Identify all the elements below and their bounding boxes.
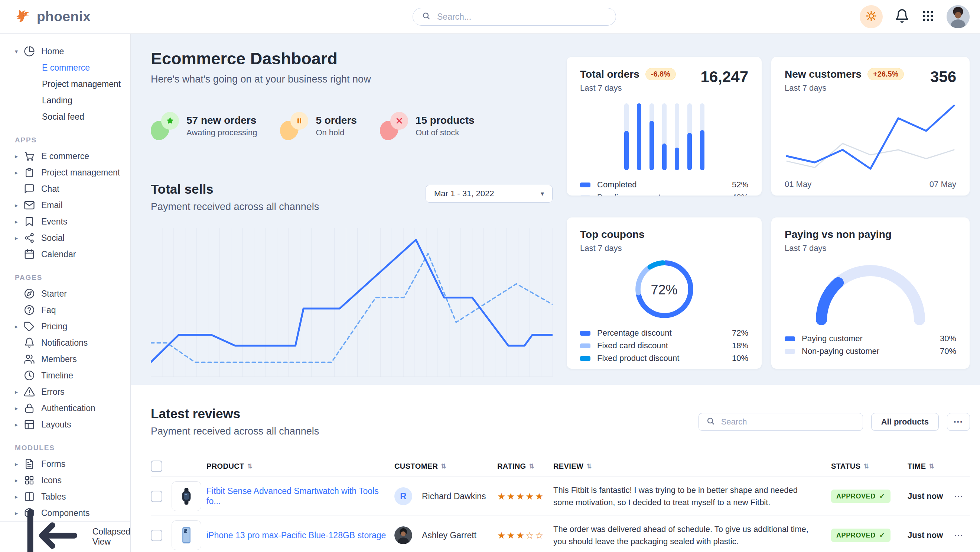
sidebar-subitem-e-commerce[interactable]: E commerce [0,59,130,76]
clipboard-icon [24,167,35,178]
global-search-input[interactable] [436,11,607,22]
sidebar-item-icons[interactable]: ▸ Icons [0,472,130,488]
product-link[interactable]: iPhone 13 pro max-Pacific Blue-128GB sto… [207,530,386,540]
sidebar-subitem-project-management[interactable]: Project management [0,76,130,92]
date-range-select[interactable]: Mar 1 - 31, 2022 ▾ [426,185,552,203]
theme-toggle-button[interactable] [860,5,883,28]
sort-icon: ⇅ [929,463,934,470]
column-header-product[interactable]: PRODUCT⇅ [207,462,395,471]
sidebar-item-calendar[interactable]: Calendar [0,246,130,262]
row-checkbox[interactable] [151,491,162,502]
product-link[interactable]: Fitbit Sense Advanced Smartwatch with To… [207,486,379,506]
column-header-customer[interactable]: CUSTOMER⇅ [395,462,497,471]
chevron-down-icon: ▾ [541,190,544,198]
status-badge: APPROVED ✓ [831,490,891,503]
check-icon: ✓ [879,492,885,500]
compass-icon [24,288,35,299]
caret-icon: ▸ [15,477,24,484]
caret-icon: ▸ [15,461,24,467]
sidebar-item-email[interactable]: ▸ Email [0,197,130,213]
caret-icon: ▸ [15,202,24,209]
total-sells-subtitle: Payment received across all channels [151,201,319,213]
collapse-view-button[interactable]: Collapsed View [0,521,130,552]
sidebar-item-forms[interactable]: ▸ Forms [0,456,130,472]
total-orders-title: Total orders [580,69,640,80]
sidebar-item-project-management[interactable]: ▸ Project management [0,164,130,181]
caret-icon: ▸ [15,153,24,160]
top-coupons-legend: Percentage discount72% Fixed card discou… [580,327,748,365]
sidebar-item-layouts[interactable]: ▸ Layouts [0,416,130,433]
reviews-search-input[interactable] [721,417,855,427]
global-search[interactable] [412,8,616,26]
donut-center-label: 72% [651,282,677,298]
column-header-time[interactable]: TIME⇅ [908,462,954,471]
sidebar-nav: ▾ HomeE commerceProject managementLandin… [0,34,131,552]
reviews-search[interactable] [698,413,863,431]
reviews-table-header: PRODUCT⇅CUSTOMER⇅RATING⇅REVIEW⇅STATUS⇅TI… [151,456,970,477]
select-all-checkbox[interactable] [151,461,162,472]
sidebar-item-members[interactable]: Members [0,351,130,367]
sidebar-item-starter[interactable]: Starter [0,286,130,302]
file-icon [24,458,35,469]
sidebar-item-social[interactable]: ▸ Social [0,230,130,246]
review-text: The order was delivered ahead of schedul… [553,523,831,547]
total-orders-badge: -6.8% [646,68,676,80]
sidebar-subitem-social-feed[interactable]: Social feed [0,108,130,125]
sidebar-item-authentication[interactable]: ▸ Authentication [0,400,130,416]
warning-icon [24,386,35,397]
apps-grid-button[interactable] [921,9,935,24]
sort-icon: ⇅ [863,463,869,470]
kpi-cards-grid: Total orders -6.8% Last 7 days 16,247 Co… [567,57,970,369]
rating-stars: ★★★★★ [497,491,553,502]
review-text: This Fitbit is fantastic! I was trying t… [553,484,831,509]
total-orders-period: Last 7 days [580,83,701,93]
legend-row: Non-paying customer70% [785,345,956,357]
legend-swatch [785,337,795,341]
column-header-review[interactable]: REVIEW⇅ [553,462,831,471]
sidebar-item-home[interactable]: ▾ Home [0,43,130,59]
sidebar-item-notifications[interactable]: Notifications [0,335,130,351]
order-bar [687,103,692,170]
date-range-value: Mar 1 - 31, 2022 [434,189,494,198]
row-more-button[interactable]: ⋯ [954,530,970,541]
legend-row: Fixed card discount18% [580,339,748,352]
column-header-status[interactable]: STATUS⇅ [831,462,908,471]
email-icon [24,199,35,211]
share-icon [24,232,35,244]
calendar-icon [24,249,35,260]
sidebar-item-timeline[interactable]: Timeline [0,367,130,384]
pause-icon [280,112,308,140]
legend-swatch [785,349,795,354]
order-bar [624,103,629,170]
sidebar-item-chat[interactable]: Chat [0,181,130,197]
grid-icon [24,475,35,486]
sidebar-item-errors[interactable]: ▸ Errors [0,384,130,400]
page-subtitle: Here's what's going on at your business … [151,73,552,85]
notifications-button[interactable] [894,8,910,25]
brand-name: phoenix [37,9,91,24]
column-header-rating[interactable]: RATING⇅ [497,462,553,471]
product-image [172,520,201,550]
sidebar-item-e-commerce[interactable]: ▸ E commerce [0,148,130,164]
sidebar-item-pricing[interactable]: ▸ Pricing [0,318,130,335]
customer-photo-avatar [395,526,412,544]
new-customers-value: 356 [930,68,956,86]
sort-icon: ⇅ [247,463,253,470]
row-checkbox[interactable] [151,530,162,541]
app-root: phoenix ▾ HomeE commerceProject manageme… [0,0,980,552]
sidebar-subitem-landing[interactable]: Landing [0,92,130,108]
search-icon [422,11,431,22]
caret-icon: ▸ [15,218,24,225]
collapse-icon [16,500,86,552]
customer-initial-avatar: R [395,487,412,505]
brand-logo[interactable]: phoenix [16,0,91,34]
users-icon [24,354,35,365]
ellipsis-icon: ⋯ [953,416,964,428]
all-products-button[interactable]: All products [871,413,939,431]
order-bar [637,103,641,170]
row-more-button[interactable]: ⋯ [954,491,970,501]
sidebar-item-faq[interactable]: Faq [0,302,130,318]
user-avatar[interactable] [947,5,970,28]
sidebar-item-events[interactable]: ▸ Events [0,213,130,230]
more-options-button[interactable]: ⋯ [947,413,970,431]
